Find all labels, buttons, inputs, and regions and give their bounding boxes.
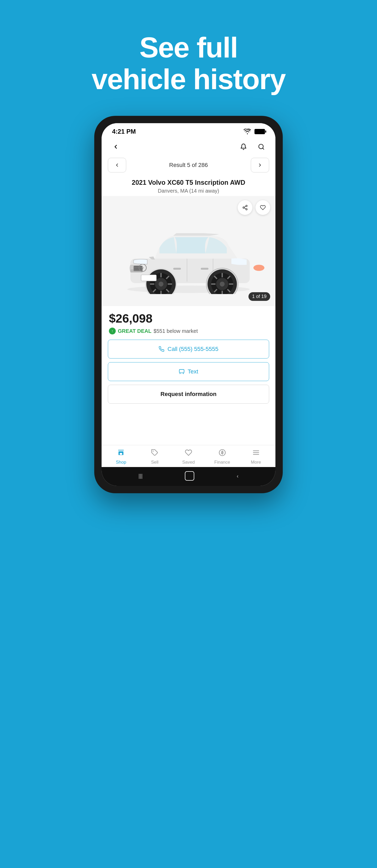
hero-line1: See full bbox=[139, 31, 237, 63]
phone-mockup: 4:21 PM bbox=[94, 116, 283, 493]
notification-button[interactable] bbox=[237, 141, 250, 153]
svg-rect-49 bbox=[120, 453, 122, 455]
action-buttons bbox=[238, 200, 270, 215]
vehicle-image-area: V bbox=[102, 196, 275, 306]
nav-item-shop[interactable]: Shop bbox=[110, 449, 131, 465]
nav-item-saved[interactable]: Saved bbox=[178, 449, 199, 465]
deal-badge: ↑ GREAT DEAL $551 below market bbox=[109, 328, 268, 334]
nav-item-more[interactable]: More bbox=[246, 449, 267, 465]
vehicle-info: 2021 Volvo XC60 T5 Inscription AWD Danve… bbox=[102, 175, 275, 196]
nav-item-sell[interactable]: Sell bbox=[144, 449, 165, 465]
status-time: 4:21 PM bbox=[112, 128, 136, 135]
svg-line-4 bbox=[244, 208, 246, 209]
vehicle-price: $26,098 bbox=[109, 311, 268, 326]
text-label: Text bbox=[188, 368, 198, 375]
next-result-button[interactable] bbox=[251, 158, 269, 173]
svg-point-1 bbox=[246, 205, 247, 207]
nav-sell-label: Sell bbox=[151, 460, 159, 465]
svg-rect-11 bbox=[134, 268, 142, 269]
finance-icon bbox=[218, 449, 226, 458]
top-nav bbox=[102, 138, 275, 156]
battery-icon bbox=[254, 129, 265, 134]
deal-label: GREAT DEAL bbox=[118, 328, 151, 334]
request-label: Request information bbox=[161, 391, 216, 398]
svg-rect-10 bbox=[134, 266, 142, 267]
result-navigation: Result 5 of 286 bbox=[108, 158, 269, 173]
vehicle-title: 2021 Volvo XC60 T5 Inscription AWD bbox=[107, 179, 270, 186]
svg-text:V: V bbox=[142, 266, 144, 270]
android-recents-button[interactable]: ||| bbox=[138, 473, 143, 479]
svg-rect-19 bbox=[201, 268, 208, 270]
nav-saved-label: Saved bbox=[182, 460, 195, 465]
svg-rect-12 bbox=[134, 270, 142, 271]
result-count: Result 5 of 286 bbox=[169, 162, 208, 168]
nav-finance-label: Finance bbox=[214, 460, 230, 465]
svg-line-5 bbox=[244, 206, 246, 207]
image-counter: 1 of 19 bbox=[248, 292, 270, 301]
hero-line2: vehicle history bbox=[92, 63, 285, 95]
request-info-button[interactable]: Request information bbox=[108, 385, 269, 404]
prev-result-button[interactable] bbox=[108, 158, 126, 173]
svg-point-15 bbox=[253, 265, 265, 271]
svg-rect-18 bbox=[173, 268, 181, 270]
svg-point-25 bbox=[220, 282, 225, 287]
status-bar: 4:21 PM bbox=[102, 123, 275, 138]
bottom-nav: Shop Sell Saved bbox=[102, 445, 275, 467]
vehicle-location: Danvers, MA (14 mi away) bbox=[107, 188, 270, 194]
svg-point-3 bbox=[246, 209, 247, 210]
phone-screen: 4:21 PM bbox=[102, 123, 275, 486]
nav-item-finance[interactable]: Finance bbox=[212, 449, 233, 465]
wifi-icon bbox=[243, 129, 251, 134]
shop-icon bbox=[117, 449, 125, 458]
more-icon bbox=[252, 449, 260, 458]
svg-rect-47 bbox=[141, 275, 156, 281]
status-icons bbox=[243, 129, 265, 134]
price-section: $26,098 ↑ GREAT DEAL $551 below market bbox=[102, 306, 275, 337]
android-back-button[interactable]: ‹ bbox=[237, 473, 239, 479]
svg-point-38 bbox=[159, 282, 163, 287]
home-bar: ||| ‹ bbox=[102, 467, 275, 486]
deal-sub: $551 below market bbox=[154, 328, 198, 334]
share-button[interactable] bbox=[238, 200, 252, 215]
cta-section: Call (555) 555-5555 Text Request informa… bbox=[102, 337, 275, 406]
call-label: Call (555) 555-5555 bbox=[168, 346, 218, 352]
sell-icon bbox=[151, 449, 159, 458]
saved-icon bbox=[185, 449, 192, 458]
nav-shop-label: Shop bbox=[116, 460, 127, 465]
search-button[interactable] bbox=[255, 141, 268, 153]
deal-icon: ↑ bbox=[109, 328, 116, 334]
svg-point-50 bbox=[153, 451, 154, 452]
nav-more-label: More bbox=[251, 460, 261, 465]
call-button[interactable]: Call (555) 555-5555 bbox=[108, 340, 269, 359]
hero-heading: See full vehicle history bbox=[92, 31, 285, 95]
favorite-button[interactable] bbox=[255, 200, 270, 215]
text-button[interactable]: Text bbox=[108, 362, 269, 381]
android-home-button[interactable] bbox=[185, 471, 194, 480]
svg-rect-48 bbox=[179, 370, 184, 373]
svg-point-2 bbox=[243, 207, 244, 208]
back-button[interactable] bbox=[109, 141, 122, 153]
